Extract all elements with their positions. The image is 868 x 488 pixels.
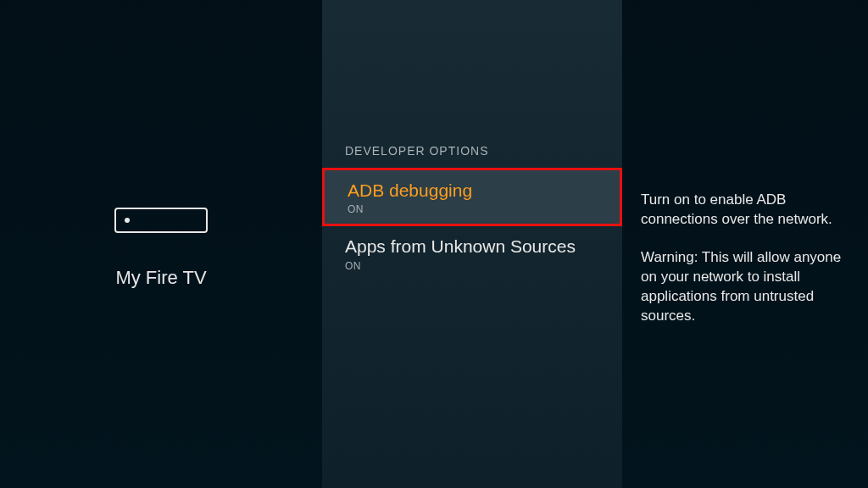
options-panel: DEVELOPER OPTIONS ADB debugging ON Apps … — [322, 0, 622, 488]
option-status: ON — [348, 203, 597, 215]
option-unknown-sources[interactable]: Apps from Unknown Sources ON — [322, 226, 622, 280]
option-status: ON — [345, 260, 599, 272]
description-panel: Turn on to enable ADB connections over t… — [622, 0, 868, 488]
option-adb-debugging[interactable]: ADB debugging ON — [322, 168, 622, 226]
option-title: Apps from Unknown Sources — [345, 235, 599, 258]
firetv-stick-icon — [114, 208, 208, 233]
desc-paragraph-1: Turn on to enable ADB connections over t… — [641, 191, 843, 230]
left-panel: My Fire TV — [0, 0, 322, 488]
option-title: ADB debugging — [348, 179, 597, 202]
desc-paragraph-2: Warning: This will allow anyone on your … — [641, 248, 843, 326]
device-label: My Fire TV — [115, 267, 206, 289]
section-title: DEVELOPER OPTIONS — [322, 25, 622, 168]
